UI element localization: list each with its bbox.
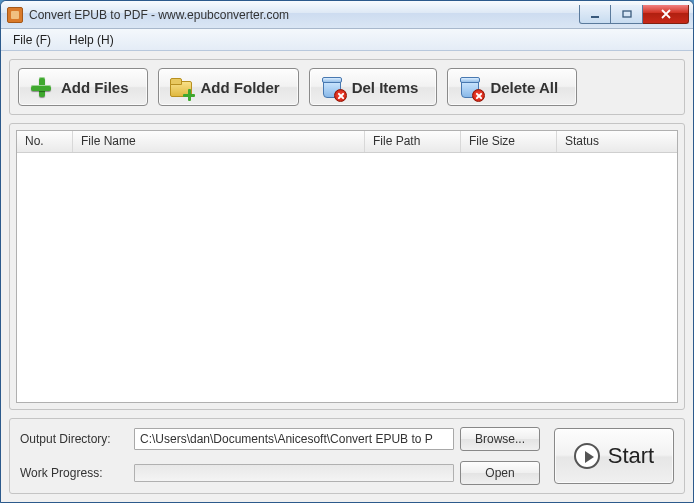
col-file-name[interactable]: File Name: [73, 131, 365, 152]
window-title: Convert EPUB to PDF - www.epubconverter.…: [29, 8, 289, 22]
start-label: Start: [608, 443, 654, 469]
trash-x-icon: [458, 75, 482, 99]
maximize-icon: [622, 10, 632, 18]
add-files-button[interactable]: Add Files: [18, 68, 148, 106]
svg-rect-0: [591, 16, 599, 18]
file-list-panel: No. File Name File Path File Size Status: [9, 123, 685, 410]
menu-bar: File (F) Help (H): [1, 29, 693, 51]
add-files-label: Add Files: [61, 79, 129, 96]
output-dir-label: Output Directory:: [20, 432, 128, 446]
delete-all-label: Delete All: [490, 79, 558, 96]
trash-x-icon: [320, 75, 344, 99]
browse-button[interactable]: Browse...: [460, 427, 540, 451]
list-body: [17, 153, 677, 402]
folder-plus-icon: [169, 75, 193, 99]
del-items-button[interactable]: Del Items: [309, 68, 438, 106]
output-dir-input[interactable]: [134, 428, 454, 450]
output-dir-row: Output Directory: Browse...: [20, 427, 540, 451]
maximize-button[interactable]: [611, 5, 643, 24]
menu-help[interactable]: Help (H): [61, 31, 122, 49]
minimize-icon: [590, 10, 600, 18]
add-folder-label: Add Folder: [201, 79, 280, 96]
window-controls: [579, 5, 689, 24]
plus-icon: [29, 75, 53, 99]
menu-file[interactable]: File (F): [5, 31, 59, 49]
bottom-panel: Output Directory: Browse... Work Progres…: [9, 418, 685, 494]
toolbar: Add Files Add Folder Del Items Delete Al…: [9, 59, 685, 115]
progress-bar: [134, 464, 454, 482]
col-no[interactable]: No.: [17, 131, 73, 152]
svg-rect-1: [623, 11, 631, 17]
app-icon: [7, 7, 23, 23]
col-file-path[interactable]: File Path: [365, 131, 461, 152]
minimize-button[interactable]: [579, 5, 611, 24]
close-icon: [660, 9, 672, 19]
progress-label: Work Progress:: [20, 466, 128, 480]
close-button[interactable]: [643, 5, 689, 24]
client-area: Add Files Add Folder Del Items Delete Al…: [1, 51, 693, 502]
delete-all-button[interactable]: Delete All: [447, 68, 577, 106]
start-button[interactable]: Start: [554, 428, 674, 484]
col-status[interactable]: Status: [557, 131, 677, 152]
del-items-label: Del Items: [352, 79, 419, 96]
file-list[interactable]: No. File Name File Path File Size Status: [16, 130, 678, 403]
title-bar: Convert EPUB to PDF - www.epubconverter.…: [1, 1, 693, 29]
app-window: Convert EPUB to PDF - www.epubconverter.…: [0, 0, 694, 503]
open-button[interactable]: Open: [460, 461, 540, 485]
play-icon: [574, 443, 600, 469]
add-folder-button[interactable]: Add Folder: [158, 68, 299, 106]
progress-row: Work Progress: Open: [20, 461, 540, 485]
list-header: No. File Name File Path File Size Status: [17, 131, 677, 153]
col-file-size[interactable]: File Size: [461, 131, 557, 152]
